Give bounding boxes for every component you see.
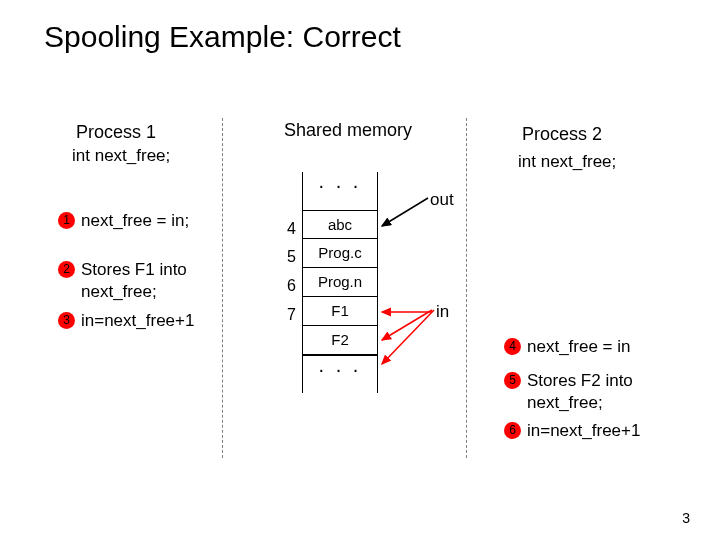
page-number: 3 <box>682 510 690 526</box>
queue-slot: 4 abc <box>302 210 378 239</box>
slot-index: 4 <box>287 215 296 243</box>
slot-value: Prog.c <box>318 244 361 261</box>
step-badge: 5 <box>504 372 521 389</box>
slot-index: 6 <box>287 272 296 300</box>
svg-line-2 <box>382 310 432 340</box>
proc1-step-2: 2 Stores F1 into next_free; <box>58 259 187 303</box>
spool-queue: · · · 4 abc 5 Prog.c 6 Prog.n 7 F1 F2 · … <box>302 172 378 393</box>
proc2-step-4: 4 next_free = in <box>504 336 631 358</box>
step-text: Stores F1 into next_free; <box>81 259 187 303</box>
proc2-step-6: 6 in=next_free+1 <box>504 420 640 442</box>
slot-index: 7 <box>287 301 296 329</box>
step-text: in=next_free+1 <box>81 310 194 332</box>
proc1-decl: int next_free; <box>72 146 170 166</box>
arrow-in-icon <box>378 298 436 318</box>
step-badge: 6 <box>504 422 521 439</box>
slot-value: Prog.n <box>318 273 362 290</box>
step-badge: 3 <box>58 312 75 329</box>
slot-index: 5 <box>287 243 296 271</box>
ellipsis-icon: · · · <box>302 172 378 210</box>
queue-slot: 6 Prog.n <box>302 268 378 297</box>
queue-slot-extra: F2 <box>302 326 378 355</box>
arrow-in3-icon <box>378 306 440 368</box>
ellipsis-icon: · · · <box>302 355 378 393</box>
arrow-out-icon <box>378 196 432 230</box>
separator-right <box>466 118 467 458</box>
step-text: next_free = in <box>527 336 631 358</box>
proc1-step-1: 1 next_free = in; <box>58 210 189 232</box>
svg-line-3 <box>382 310 434 364</box>
proc1-header: Process 1 <box>76 122 156 143</box>
in-label: in <box>436 302 449 322</box>
out-label: out <box>430 190 454 210</box>
proc1-step-3: 3 in=next_free+1 <box>58 310 194 332</box>
svg-line-0 <box>382 198 428 226</box>
step-badge: 2 <box>58 261 75 278</box>
proc2-step-5: 5 Stores F2 into next_free; <box>504 370 633 414</box>
queue-slot: 5 Prog.c <box>302 239 378 268</box>
step-text: Stores F2 into next_free; <box>527 370 633 414</box>
proc2-decl: int next_free; <box>518 152 616 172</box>
queue-slot: 7 F1 <box>302 297 378 326</box>
step-badge: 4 <box>504 338 521 355</box>
slot-value: abc <box>328 216 352 233</box>
slot-value: F2 <box>331 331 349 348</box>
slide-title: Spooling Example: Correct <box>44 20 401 54</box>
step-text: in=next_free+1 <box>527 420 640 442</box>
proc2-header: Process 2 <box>522 124 602 145</box>
step-text: next_free = in; <box>81 210 189 232</box>
step-badge: 1 <box>58 212 75 229</box>
shared-header: Shared memory <box>284 120 412 141</box>
arrow-in2-icon <box>378 306 436 344</box>
separator-left <box>222 118 223 458</box>
slot-value: F1 <box>331 302 349 319</box>
